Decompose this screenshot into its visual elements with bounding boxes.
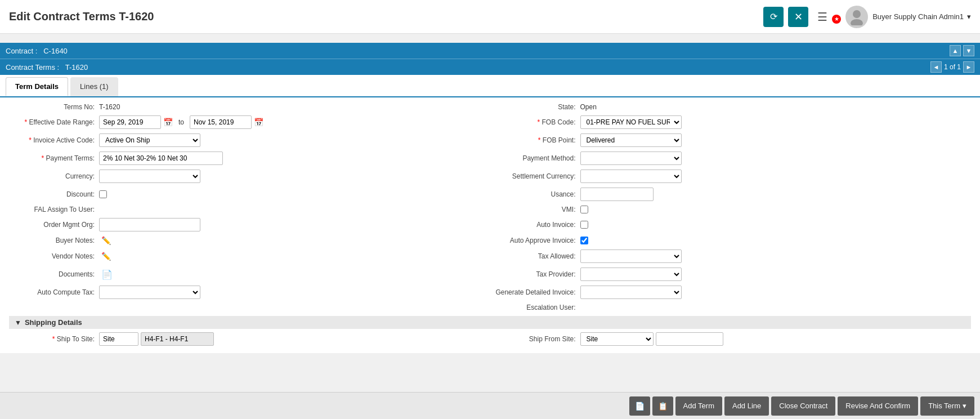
this-term-label: This Term xyxy=(928,402,960,410)
state-value: Open xyxy=(580,103,597,111)
generate-detailed-invoice-select[interactable] xyxy=(580,286,682,299)
buyer-notes-label: Buyer Notes: xyxy=(9,237,99,244)
currency-label: Currency: xyxy=(9,172,99,180)
calendar-to-icon[interactable]: 📅 xyxy=(254,118,263,127)
shipping-section-label: Shipping Details xyxy=(25,318,82,327)
documents-label: Documents: xyxy=(9,270,99,278)
terms-no-value: T-1620 xyxy=(99,103,120,111)
eff-date-label: * Effective Date Range: xyxy=(9,118,99,126)
terms-next-btn[interactable]: ► xyxy=(963,61,974,73)
user-dropdown-icon[interactable]: ▾ xyxy=(967,12,971,21)
ship-from-site-input[interactable] xyxy=(656,332,723,346)
buyer-notes-edit-icon[interactable]: ✏️ xyxy=(101,236,111,245)
tax-provider-label: Tax Provider: xyxy=(490,270,580,278)
terms-label: Contract Terms : xyxy=(6,63,59,72)
contract-nav-down[interactable]: ▼ xyxy=(963,45,974,56)
ship-from-site-label: Ship From Site: xyxy=(490,335,580,343)
toolbar-btn-page-icon[interactable]: 📄 xyxy=(629,396,650,416)
vendor-notes-edit-icon[interactable]: ✏️ xyxy=(101,252,111,261)
payment-method-select[interactable] xyxy=(580,151,682,165)
auto-invoice-label: Auto Invoice: xyxy=(490,221,580,229)
calendar-from-icon[interactable]: 📅 xyxy=(163,118,173,127)
usance-label: Usance: xyxy=(490,190,580,198)
revise-confirm-button[interactable]: Revise And Confirm xyxy=(838,396,918,416)
contract-label: Contract : xyxy=(6,47,37,55)
contract-nav-up[interactable]: ▲ xyxy=(950,45,961,56)
form-area: Terms No: T-1620 State: Open * Effective… xyxy=(0,97,980,353)
ship-to-site-input[interactable] xyxy=(99,332,138,346)
payment-method-label: Payment Method: xyxy=(490,154,580,162)
tax-allowed-label: Tax Allowed: xyxy=(490,252,580,260)
add-term-button[interactable]: Add Term xyxy=(675,396,722,416)
refresh-button[interactable]: ⟳ xyxy=(763,7,784,27)
currency-select[interactable] xyxy=(99,170,200,183)
fob-code-select[interactable]: 01-PRE PAY NO FUEL SURCHAR( xyxy=(580,115,682,129)
discount-label: Discount: xyxy=(9,190,99,198)
auto-invoice-checkbox[interactable] xyxy=(580,221,588,229)
terms-page-info: 1 of 1 xyxy=(944,63,961,71)
contract-nav: ▲ ▼ xyxy=(950,45,974,56)
usance-input[interactable] xyxy=(580,188,654,201)
auto-compute-tax-select[interactable] xyxy=(99,286,200,299)
eff-date-to-input[interactable] xyxy=(190,115,252,129)
tab-lines[interactable]: Lines (1) xyxy=(70,77,118,96)
tabs-row: Term Details Lines (1) xyxy=(0,75,980,97)
fal-assign-label: FAL Assign To User: xyxy=(9,206,99,213)
close-button[interactable]: ✕ xyxy=(788,7,808,27)
state-label: State: xyxy=(490,103,580,111)
eff-date-range: 📅 to 📅 xyxy=(99,115,263,129)
settlement-currency-select[interactable] xyxy=(580,170,682,183)
contract-bar: Contract : C-1640 ▲ ▼ xyxy=(0,43,980,59)
svg-point-1 xyxy=(851,19,863,25)
fob-point-label: * FOB Point: xyxy=(490,136,580,144)
toolbar-btn-copy-icon[interactable]: 📋 xyxy=(652,396,673,416)
order-mgmt-org-input[interactable] xyxy=(99,218,200,231)
add-line-button[interactable]: Add Line xyxy=(724,396,769,416)
user-info: Buyer Supply Chain Admin1 ▾ xyxy=(872,12,971,21)
vendor-notes-label: Vendor Notes: xyxy=(9,252,99,260)
generate-detailed-invoice-label: Generate Detailed Invoice: xyxy=(490,288,580,296)
menu-icon[interactable]: ☰ xyxy=(817,10,827,24)
contract-terms-bar: Contract Terms : T-1620 ◄ 1 of 1 ► xyxy=(0,59,980,75)
invoice-active-code-select[interactable]: Active On Ship xyxy=(99,133,200,147)
terms-id: T-1620 xyxy=(65,63,88,72)
contract-id: C-1640 xyxy=(43,47,68,55)
terms-no-label: Terms No: xyxy=(9,103,99,111)
eff-date-from-input[interactable] xyxy=(99,115,161,129)
avatar-icon xyxy=(848,8,865,25)
close-contract-button[interactable]: Close Contract xyxy=(771,396,835,416)
page-title: Edit Contract Terms T-1620 xyxy=(9,10,763,23)
avatar xyxy=(845,6,868,28)
shipping-section-header: ▼ Shipping Details xyxy=(9,316,971,329)
escalation-user-label: Escalation User: xyxy=(490,304,580,311)
settlement-currency-label: Settlement Currency: xyxy=(490,172,580,180)
this-term-dropdown-icon: ▾ xyxy=(963,402,966,410)
documents-icon[interactable]: 📄 xyxy=(101,269,113,280)
shipping-toggle-icon[interactable]: ▼ xyxy=(15,319,21,327)
ship-to-site-code-input[interactable] xyxy=(141,332,214,346)
auto-compute-tax-label: Auto Compute Tax: xyxy=(9,288,99,296)
svg-point-0 xyxy=(853,10,861,18)
discount-checkbox[interactable] xyxy=(99,190,107,198)
this-term-button[interactable]: This Term ▾ xyxy=(920,396,974,416)
payment-terms-label: * Payment Terms: xyxy=(9,154,99,162)
payment-terms-input[interactable] xyxy=(99,151,223,165)
auto-approve-invoice-checkbox[interactable] xyxy=(580,237,588,244)
ship-from-site-select[interactable]: Site xyxy=(580,332,654,346)
fob-point-select[interactable]: Delivered xyxy=(580,133,682,147)
invoice-active-code-label: * Invoice Active Code: xyxy=(9,136,99,144)
terms-prev-btn[interactable]: ◄ xyxy=(930,61,942,73)
tax-provider-select[interactable] xyxy=(580,268,682,281)
tab-term-details[interactable]: Term Details xyxy=(6,77,68,96)
notification-dot[interactable]: ★ xyxy=(832,15,841,24)
user-name: Buyer Supply Chain Admin1 xyxy=(872,12,964,21)
vmi-checkbox[interactable] xyxy=(580,206,588,213)
bottom-toolbar: 📄 📋 Add Term Add Line Close Contract Rev… xyxy=(0,392,980,419)
order-mgmt-org-label: Order Mgmt Org: xyxy=(9,221,99,229)
to-text: to xyxy=(178,118,184,126)
auto-approve-invoice-label: Auto Approve Invoice: xyxy=(490,237,580,244)
ship-to-site-label: * Ship To Site: xyxy=(9,335,99,343)
fob-code-label: * FOB Code: xyxy=(490,118,580,126)
vmi-label: VMI: xyxy=(490,206,580,213)
tax-allowed-select[interactable] xyxy=(580,249,682,263)
